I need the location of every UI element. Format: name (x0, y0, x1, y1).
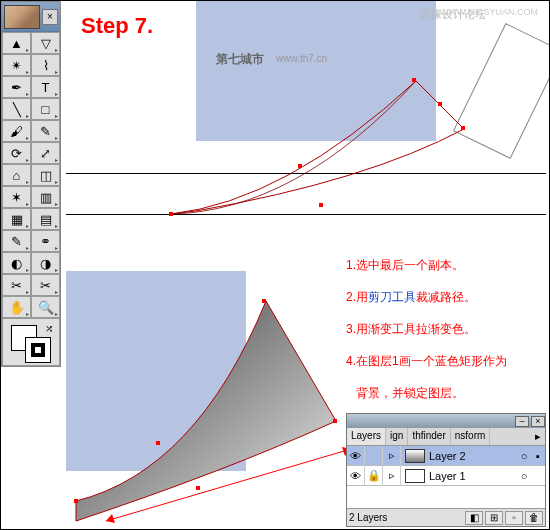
rectangle-tool[interactable]: □▸ (31, 98, 60, 120)
svg-rect-8 (333, 419, 337, 423)
lasso-tool[interactable]: ⌇▸ (31, 54, 60, 76)
instruction-3: 3.用渐变工具拉渐变色。 (346, 313, 507, 345)
color-swatches[interactable]: ⤮ (2, 318, 60, 366)
tab-align[interactable]: ign (386, 428, 408, 445)
lock-cell[interactable] (365, 446, 383, 466)
make-clipping-icon[interactable]: ◧ (465, 511, 483, 525)
pencil-tool[interactable]: ✎▸ (31, 120, 60, 142)
swap-icon[interactable]: ⤮ (45, 323, 53, 334)
instructions: 1.选中最后一个副本。 2.用剪刀工具裁减路径。 3.用渐变工具拉渐变色。 4.… (346, 249, 507, 409)
visibility-icon[interactable]: 👁 (347, 446, 365, 466)
layer-name[interactable]: Layer 2 (429, 450, 517, 462)
symbol-spray-tool[interactable]: ✶▸ (2, 186, 31, 208)
new-layer-icon[interactable]: ▫ (505, 511, 523, 525)
direct-select-tool[interactable]: ▽▸ (31, 32, 60, 54)
expand-icon[interactable]: ▹ (383, 446, 401, 466)
delete-layer-icon[interactable]: 🗑 (525, 511, 543, 525)
svg-rect-2 (461, 126, 465, 130)
panel-menu-icon[interactable]: ▸ (531, 428, 545, 445)
mesh-tool[interactable]: ▦▸ (2, 208, 31, 230)
step-label: Step 7. (81, 13, 153, 39)
layers-panel: – × Layers ign thfinder nsform ▸ 👁 ▹ Lay… (346, 413, 546, 527)
expand-icon[interactable]: ▹ (383, 466, 401, 486)
toolbox-logo (4, 5, 40, 29)
svg-rect-10 (196, 486, 200, 490)
target-icon[interactable]: ○ (517, 450, 531, 462)
stroke-swatch[interactable] (25, 337, 51, 363)
layers-footer: 2 Layers ◧ ⊞ ▫ 🗑 (347, 508, 545, 526)
svg-rect-4 (298, 164, 302, 168)
tab-pathfinder[interactable]: thfinder (408, 428, 450, 445)
svg-rect-0 (169, 212, 173, 216)
svg-rect-3 (438, 102, 442, 106)
toolbox: × ▲▸▽▸✴▸⌇▸✒▸T▸╲▸□▸🖌▸✎▸⟳▸⤢▸⌂▸◫▸✶▸▥▸▦▸▤▸✎▸… (1, 1, 61, 367)
svg-rect-7 (262, 299, 266, 303)
selection-tool[interactable]: ▲▸ (2, 32, 31, 54)
close-icon[interactable]: × (531, 416, 545, 427)
pen-tool[interactable]: ✒▸ (2, 76, 31, 98)
layer-count: 2 Layers (349, 512, 463, 523)
rotate-tool[interactable]: ⟳▸ (2, 142, 31, 164)
svg-rect-1 (412, 78, 416, 82)
target-icon[interactable]: ○ (517, 470, 531, 482)
graph-tool[interactable]: ▥▸ (31, 186, 60, 208)
instruction-2: 2.用剪刀工具裁减路径。 (346, 281, 507, 313)
tool-grid: ▲▸▽▸✴▸⌇▸✒▸T▸╲▸□▸🖌▸✎▸⟳▸⤢▸⌂▸◫▸✶▸▥▸▦▸▤▸✎▸⚭▸… (2, 32, 60, 318)
panel-titlebar[interactable]: – × (347, 414, 545, 428)
slice-tool[interactable]: ✂▸ (2, 274, 31, 296)
instruction-1: 1.选中最后一个副本。 (346, 249, 507, 281)
layer-name[interactable]: Layer 1 (429, 470, 517, 482)
canvas-area: Step 7. 思缘设计论坛 WWW.MISSYUAN.COM 第七城市 www… (66, 1, 546, 530)
tab-transform[interactable]: nsform (451, 428, 491, 445)
instruction-4: 4.在图层1画一个蓝色矩形作为 背景，并锁定图层。 (346, 345, 507, 409)
tab-layers[interactable]: Layers (347, 428, 386, 445)
layer-row[interactable]: 👁 ▹ Layer 2 ○ ▪ (347, 446, 545, 466)
layers-empty-area (347, 486, 545, 508)
new-sublayer-icon[interactable]: ⊞ (485, 511, 503, 525)
scale-tool[interactable]: ⤢▸ (31, 142, 60, 164)
watermark: www.th7.cn (276, 53, 327, 64)
minimize-icon[interactable]: – (515, 416, 529, 427)
layer-row[interactable]: 👁 🔒 ▹ Layer 1 ○ (347, 466, 545, 486)
svg-rect-5 (319, 203, 323, 207)
toolbox-header: × (2, 2, 60, 32)
scissors-tool[interactable]: ✂▸ (31, 274, 60, 296)
eyedropper-tool[interactable]: ✎▸ (2, 230, 31, 252)
panel-tabs: Layers ign thfinder nsform ▸ (347, 428, 545, 446)
toolbox-close-icon[interactable]: × (42, 9, 58, 25)
svg-rect-9 (156, 441, 160, 445)
line-tool[interactable]: ╲▸ (2, 98, 31, 120)
svg-rect-6 (74, 499, 78, 503)
live-paint-tool[interactable]: ◐▸ (2, 252, 31, 274)
warp-tool[interactable]: ⌂▸ (2, 164, 31, 186)
gradient-tool[interactable]: ▤▸ (31, 208, 60, 230)
zoom-tool[interactable]: 🔍▸ (31, 296, 60, 318)
layer-thumb (405, 449, 425, 463)
type-tool[interactable]: T▸ (31, 76, 60, 98)
watermark: 第七城市 (216, 51, 264, 68)
visibility-icon[interactable]: 👁 (347, 466, 365, 486)
watermark: WWW.MISSYUAN.COM (440, 7, 538, 17)
free-transform-tool[interactable]: ◫▸ (31, 164, 60, 186)
blend-tool[interactable]: ⚭▸ (31, 230, 60, 252)
paintbrush-tool[interactable]: 🖌▸ (2, 120, 31, 142)
magic-wand-tool[interactable]: ✴▸ (2, 54, 31, 76)
hand-tool[interactable]: ✋▸ (2, 296, 31, 318)
layer-thumb (405, 469, 425, 483)
live-select-tool[interactable]: ◑▸ (31, 252, 60, 274)
select-indicator: ▪ (531, 450, 545, 462)
lock-icon[interactable]: 🔒 (365, 466, 383, 486)
